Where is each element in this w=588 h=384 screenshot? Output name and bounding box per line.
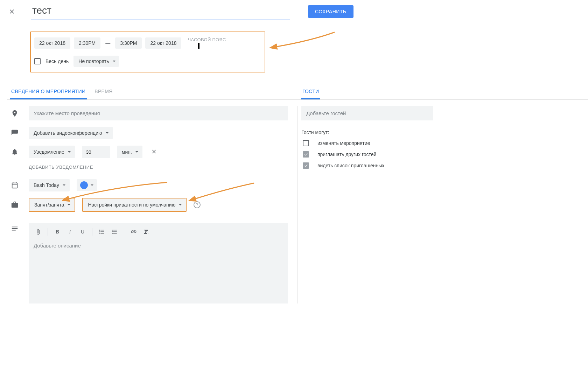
perm-seeguests-checkbox[interactable]	[303, 162, 309, 169]
toolbar-separator	[92, 228, 92, 236]
numbered-list-icon	[99, 229, 105, 235]
close-button[interactable]	[7, 7, 17, 16]
event-title-input[interactable]	[31, 3, 290, 20]
location-input[interactable]	[29, 106, 288, 120]
briefcase-icon	[8, 201, 22, 209]
notification-amount-input[interactable]	[82, 146, 110, 158]
calendar-icon	[8, 181, 22, 189]
link-button[interactable]	[128, 226, 139, 237]
bold-icon: B	[56, 229, 59, 235]
notification-type-dropdown[interactable]: Уведомление	[29, 146, 75, 158]
tab-guests[interactable]: ГОСТИ	[301, 89, 320, 99]
timezone-label[interactable]: ЧАСОВОЙ ПОЯС	[188, 37, 226, 42]
save-button[interactable]: СОХРАНИТЬ	[308, 5, 354, 18]
datetime-section: 22 окт 2018 2:30PM — 3:30PM 22 окт 2018 …	[30, 32, 265, 72]
close-icon	[151, 148, 157, 155]
tab-details[interactable]: СВЕДЕНИЯ О МЕРОПРИЯТИИ	[10, 89, 87, 99]
underline-icon: U	[81, 229, 84, 235]
perm-invite-checkbox[interactable]	[303, 151, 309, 158]
video-icon	[8, 129, 22, 137]
annotation-arrow-icon	[268, 29, 338, 57]
color-dropdown[interactable]	[77, 179, 97, 191]
notification-unit-dropdown[interactable]: мин.	[117, 146, 142, 158]
bell-icon	[8, 148, 22, 156]
busy-status-dropdown[interactable]: Занят/занята	[29, 198, 75, 211]
all-day-checkbox[interactable]	[34, 58, 41, 64]
perm-seeguests-label: видеть список приглашенных	[317, 163, 384, 168]
link-icon	[131, 229, 137, 235]
notes-icon	[8, 224, 22, 233]
add-guests-input[interactable]	[301, 106, 433, 120]
location-icon	[8, 109, 22, 118]
underline-button[interactable]: U	[77, 226, 88, 237]
calendar-dropdown[interactable]: Bash Today	[29, 179, 70, 191]
italic-button[interactable]: I	[65, 226, 75, 237]
all-day-label: Весь день	[46, 58, 69, 64]
tab-findtime[interactable]: ВРЕМЯ	[93, 89, 114, 99]
close-icon	[8, 8, 15, 15]
bold-button[interactable]: B	[52, 226, 63, 237]
attach-button[interactable]	[33, 226, 43, 237]
paperclip-icon	[35, 229, 41, 235]
end-date[interactable]: 22 окт 2018	[145, 37, 181, 49]
italic-icon: I	[69, 229, 71, 235]
bullet-list-button[interactable]	[109, 226, 120, 237]
clear-format-button[interactable]	[141, 226, 152, 237]
add-conference-dropdown[interactable]: Добавить видеоконференцию	[29, 127, 113, 139]
toolbar-separator	[124, 228, 124, 236]
color-swatch-icon	[80, 181, 88, 189]
add-notification-link[interactable]: ДОБАВИТЬ УВЕДОМЛЕНИЕ	[29, 165, 298, 170]
clear-format-icon	[143, 229, 149, 235]
tabs-bar: СВЕДЕНИЯ О МЕРОПРИЯТИИ ВРЕМЯ ГОСТИ	[7, 89, 588, 100]
description-input[interactable]: Добавьте описание	[29, 240, 288, 253]
remove-notification-button[interactable]	[149, 147, 159, 157]
repeat-dropdown[interactable]: Не повторять	[74, 56, 119, 67]
time-dash: —	[104, 40, 112, 46]
end-time[interactable]: 3:30PM	[115, 37, 142, 49]
visibility-dropdown[interactable]: Настройки приватности по умолчанию	[83, 198, 186, 211]
editor-toolbar: B I U	[29, 223, 288, 240]
perm-modify-checkbox[interactable]	[303, 140, 309, 146]
perm-invite-label: приглашать других гостей	[317, 152, 376, 157]
toolbar-separator	[48, 228, 48, 236]
text-cursor	[198, 43, 200, 49]
start-time[interactable]: 2:30PM	[74, 37, 100, 49]
help-icon[interactable]: ?	[194, 201, 201, 208]
bullet-list-icon	[111, 229, 118, 235]
start-date[interactable]: 22 окт 2018	[34, 37, 70, 49]
numbered-list-button[interactable]	[97, 226, 107, 237]
guest-permissions-title: Гости могут:	[301, 130, 437, 135]
perm-modify-label: изменять мероприятие	[317, 140, 370, 146]
